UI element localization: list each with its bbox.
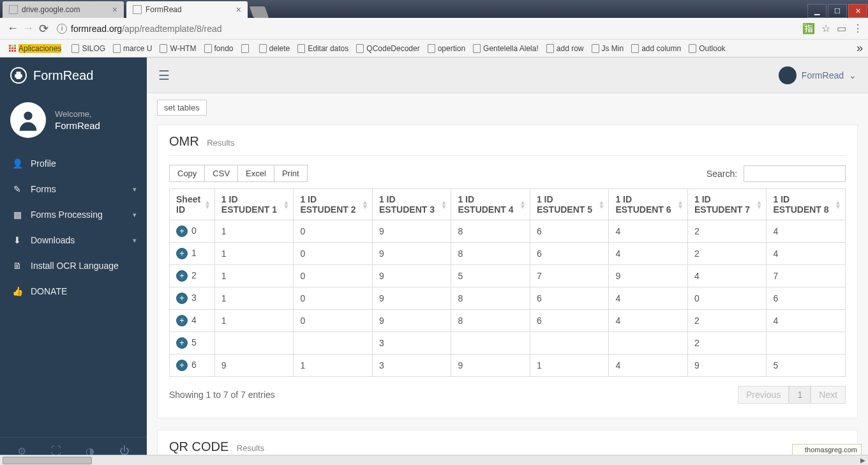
table-cell: 0	[294, 243, 373, 265]
search-input[interactable]	[744, 165, 846, 182]
back-button[interactable]: ←	[5, 22, 20, 35]
expand-row-icon[interactable]: +	[176, 248, 188, 259]
panel-subtitle: Results	[207, 138, 234, 148]
file-icon	[473, 44, 481, 53]
sidebar-item-forms[interactable]: ✎Forms▾	[0, 176, 147, 202]
column-header[interactable]: 1 ID ESTUDENT 6▲▼	[609, 189, 688, 220]
table-cell: 3	[372, 354, 451, 377]
column-header[interactable]: 1 ID ESTUDENT 3▲▼	[372, 189, 451, 220]
next-button[interactable]: Next	[811, 386, 846, 404]
svg-point-0	[24, 112, 32, 120]
sidebar-item-donate[interactable]: 👍DONATE	[0, 278, 147, 304]
copy-button[interactable]: Copy	[169, 165, 205, 182]
column-label: 1 ID ESTUDENT 4	[458, 194, 513, 215]
close-window-button[interactable]: ✕	[848, 4, 867, 18]
column-header[interactable]: 1 ID ESTUDENT 4▲▼	[451, 189, 530, 220]
table-cell: 9	[372, 220, 451, 243]
column-header[interactable]: 1 ID ESTUDENT 5▲▼	[530, 189, 609, 220]
brand-name: FormRead	[33, 68, 93, 83]
file-icon	[428, 44, 435, 53]
user-menu[interactable]: FormRead ⌄	[779, 66, 857, 84]
cast-icon[interactable]: ▭	[837, 22, 846, 34]
close-icon[interactable]: ×	[236, 4, 241, 15]
address-bar: ← → ⟳ i formread.org/app/readtemplate/8/…	[0, 18, 868, 40]
table-cell: 7	[530, 265, 609, 287]
expand-row-icon[interactable]: +	[176, 293, 188, 304]
bookmark-item[interactable]: opertion	[424, 43, 469, 54]
bookmark-item[interactable]	[237, 43, 255, 54]
bookmark-item[interactable]: SILOG	[68, 43, 109, 54]
new-tab-button[interactable]	[250, 6, 269, 18]
column-header[interactable]: Sheet ID▲▼	[170, 189, 215, 220]
set-tables-button[interactable]: set tables	[157, 100, 207, 116]
expand-row-icon[interactable]: +	[176, 225, 188, 237]
menu-icon[interactable]: ⋮	[853, 22, 863, 34]
username-label: FormRead	[55, 120, 100, 131]
page-number[interactable]: 1	[789, 386, 811, 404]
bookmark-item[interactable]: fondo	[200, 43, 237, 54]
apps-button[interactable]: Aplicaciones	[5, 43, 65, 54]
site-info-icon[interactable]: i	[57, 24, 67, 34]
column-header[interactable]: 1 ID ESTUDENT 8▲▼	[767, 189, 846, 220]
table-cell: 4	[609, 287, 688, 310]
file-icon	[546, 44, 554, 53]
table-cell: 9	[451, 354, 530, 377]
bookmark-item[interactable]: QCodeDecoder	[352, 43, 423, 54]
table-cell: 9	[687, 354, 767, 377]
bookmark-label: opertion	[438, 44, 465, 53]
csv-button[interactable]: CSV	[205, 165, 238, 182]
horizontal-scrollbar[interactable]: ▶	[0, 455, 868, 465]
table-cell: 1	[530, 354, 609, 377]
bookmark-item[interactable]: marce U	[109, 43, 156, 54]
bookmark-item[interactable]: Outlook	[685, 43, 729, 54]
url-input[interactable]: i formread.org/app/readtemplate/8/read	[51, 20, 797, 37]
maximize-button[interactable]: ☐	[828, 4, 847, 18]
bookmark-item[interactable]: add column	[627, 43, 685, 54]
table-info: Showing 1 to 7 of 7 entries	[169, 390, 275, 400]
panel-subtitle: Results	[237, 443, 264, 453]
table-cell: 6	[767, 287, 846, 310]
bookmark-item[interactable]: delete	[255, 43, 294, 54]
translate-icon[interactable]: 🈯	[802, 22, 815, 34]
bookmark-item[interactable]: add row	[542, 43, 588, 54]
brand[interactable]: FormRead	[0, 57, 147, 93]
expand-row-icon[interactable]: +	[176, 337, 188, 349]
expand-row-icon[interactable]: +	[176, 315, 188, 326]
sidebar-item-profile[interactable]: 👤Profile	[0, 151, 147, 176]
forward-button[interactable]: →	[20, 22, 36, 35]
excel-button[interactable]: Excel	[238, 165, 274, 182]
close-icon[interactable]: ×	[112, 4, 117, 15]
main-content: ☰ FormRead ⌄ set tables OMR Results Copy…	[147, 57, 868, 465]
menu-toggle-icon[interactable]: ☰	[158, 68, 170, 83]
print-button[interactable]: Print	[274, 165, 308, 182]
sidebar-menu: 👤Profile✎Forms▾▦Forms Processing▾⬇Downlo…	[0, 151, 147, 304]
sort-icon: ▲▼	[362, 200, 368, 209]
table-row: +110986424	[170, 243, 846, 265]
sidebar-item-downloads[interactable]: ⬇Downloads▾	[0, 227, 147, 253]
bookmarks-overflow[interactable]: »	[857, 42, 863, 55]
bookmark-item[interactable]: Editar datos	[294, 43, 352, 54]
column-header[interactable]: 1 ID ESTUDENT 2▲▼	[294, 189, 373, 220]
sort-icon: ▲▼	[520, 200, 526, 209]
column-header[interactable]: 1 ID ESTUDENT 7▲▼	[687, 189, 767, 220]
prev-button[interactable]: Previous	[738, 386, 789, 404]
bookmark-label: W-HTM	[170, 44, 196, 53]
scrollbar-thumb[interactable]	[3, 457, 92, 464]
table-cell: 3	[372, 332, 451, 354]
sidebar-item-forms-processing[interactable]: ▦Forms Processing▾	[0, 202, 147, 227]
bookmark-item[interactable]: W-HTM	[156, 43, 200, 54]
table-cell: 9	[372, 243, 451, 265]
reload-button[interactable]: ⟳	[36, 22, 51, 36]
browser-tab-formread[interactable]: FormRead ×	[126, 1, 248, 18]
browser-tab-drive[interactable]: drive.google.com ×	[3, 1, 124, 18]
expand-row-icon[interactable]: +	[176, 360, 188, 371]
star-icon[interactable]: ☆	[821, 22, 830, 34]
chevron-down-icon: ▾	[133, 211, 137, 219]
table-cell: 0	[687, 287, 767, 310]
bookmark-item[interactable]: Gentelella Alela!	[469, 43, 542, 54]
column-header[interactable]: 1 ID ESTUDENT 1▲▼	[214, 189, 294, 220]
expand-row-icon[interactable]: +	[176, 270, 188, 282]
bookmark-item[interactable]: Js Min	[588, 43, 628, 54]
minimize-button[interactable]: ▁	[807, 4, 827, 18]
sidebar-item-install-ocr-language[interactable]: 🗎Install OCR Language	[0, 253, 147, 278]
